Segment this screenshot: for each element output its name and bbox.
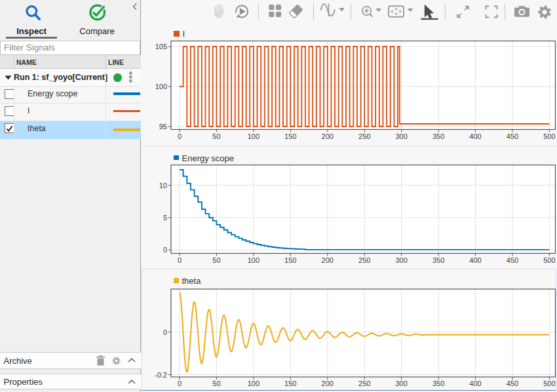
svg-text:500: 500 [543, 132, 555, 140]
svg-text:5: 5 [163, 214, 167, 222]
svg-text:500: 500 [543, 256, 555, 264]
svg-text:250: 250 [358, 256, 370, 264]
svg-text:100: 100 [155, 83, 167, 90]
svg-text:150: 150 [284, 380, 296, 387]
svg-text:150: 150 [284, 132, 296, 140]
svg-text:100: 100 [248, 380, 259, 387]
svg-text:10: 10 [159, 182, 167, 189]
svg-text:95: 95 [159, 123, 167, 130]
svg-text:350: 350 [432, 380, 444, 387]
svg-text:250: 250 [358, 380, 370, 387]
svg-text:200: 200 [322, 380, 334, 387]
svg-text:100: 100 [248, 256, 259, 264]
svg-text:0: 0 [178, 132, 182, 140]
svg-text:0: 0 [163, 328, 167, 336]
svg-text:105: 105 [155, 43, 167, 50]
svg-text:350: 350 [432, 132, 444, 140]
svg-text:250: 250 [358, 132, 370, 140]
svg-text:-0.2: -0.2 [155, 371, 167, 379]
svg-text:150: 150 [284, 256, 296, 264]
svg-text:0: 0 [163, 246, 167, 254]
svg-text:450: 450 [507, 132, 518, 140]
svg-text:200: 200 [322, 132, 334, 140]
svg-text:350: 350 [432, 256, 444, 264]
svg-text:0: 0 [178, 380, 182, 387]
svg-text:500: 500 [543, 380, 555, 387]
svg-text:400: 400 [469, 380, 481, 387]
svg-text:300: 300 [395, 380, 407, 387]
svg-text:0: 0 [178, 256, 182, 264]
svg-text:50: 50 [212, 380, 220, 387]
svg-text:400: 400 [469, 132, 481, 140]
svg-text:50: 50 [212, 256, 220, 264]
svg-text:300: 300 [395, 256, 407, 264]
svg-text:450: 450 [507, 380, 518, 387]
svg-text:300: 300 [395, 132, 407, 140]
svg-text:450: 450 [507, 256, 518, 264]
svg-text:50: 50 [212, 132, 220, 140]
svg-text:400: 400 [469, 256, 481, 264]
svg-text:100: 100 [248, 132, 259, 140]
svg-text:200: 200 [322, 256, 334, 264]
